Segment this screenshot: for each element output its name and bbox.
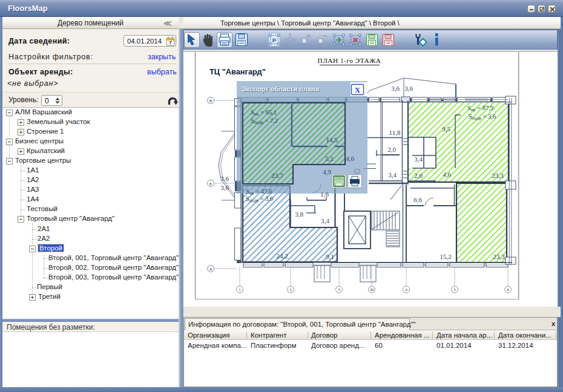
svg-text:23,3: 23,3 — [493, 253, 505, 260]
svg-text:24,2: 24,2 — [276, 252, 288, 260]
svg-text:4: 4 — [405, 287, 407, 292]
svg-text:15,2: 15,2 — [440, 253, 451, 260]
svg-text:Экспорт области плана: Экспорт области плана — [242, 85, 320, 93]
svg-text:9,1: 9,1 — [326, 253, 334, 260]
svg-text:7: 7 — [169, 40, 172, 45]
svg-text:ТЦ "Авангард": ТЦ "Авангард" — [209, 67, 266, 76]
svg-text:3,6: 3,6 — [404, 85, 413, 92]
svg-text:В: В — [209, 99, 212, 103]
svg-text:5,1: 5,1 — [325, 155, 334, 162]
svg-text:ПЛАН 1-го ЭТАЖА: ПЛАН 1-го ЭТАЖА — [318, 57, 381, 64]
svg-text:2: 2 — [289, 287, 292, 292]
svg-text:23,7: 23,7 — [271, 172, 283, 179]
svg-text:P: P — [272, 37, 277, 44]
svg-text:2,0: 2,0 — [414, 172, 423, 179]
svg-text:1: 1 — [239, 287, 241, 292]
svg-text:6,6: 6,6 — [413, 196, 422, 203]
svg-text:9,5: 9,5 — [442, 125, 450, 132]
svg-text:3,6: 3,6 — [220, 175, 229, 182]
svg-text:6: 6 — [507, 287, 509, 292]
svg-text:11,8: 11,8 — [389, 129, 401, 136]
svg-text:2,0: 2,0 — [387, 146, 396, 153]
svg-text:1,6: 1,6 — [320, 191, 329, 198]
svg-text:3,4: 3,4 — [321, 217, 329, 224]
svg-text:4,9: 4,9 — [323, 168, 331, 175]
svg-text:Б: Б — [209, 181, 212, 186]
svg-text:3,4: 3,4 — [414, 155, 423, 163]
svg-text:14,5: 14,5 — [326, 136, 338, 143]
svg-text:3б: 3б — [369, 287, 374, 292]
svg-text:5: 5 — [453, 287, 456, 292]
svg-text:X: X — [355, 85, 361, 94]
svg-text:3,4: 3,4 — [388, 171, 397, 178]
svg-text:23,3: 23,3 — [492, 172, 504, 179]
svg-text:3,8: 3,8 — [295, 211, 303, 218]
svg-text:4,6: 4,6 — [443, 171, 451, 178]
svg-text:4,6: 4,6 — [346, 155, 354, 162]
svg-text:3: 3 — [338, 287, 340, 292]
svg-text:3,6: 3,6 — [220, 184, 229, 191]
svg-text:А: А — [209, 267, 212, 272]
svg-text:3,6: 3,6 — [391, 85, 400, 92]
